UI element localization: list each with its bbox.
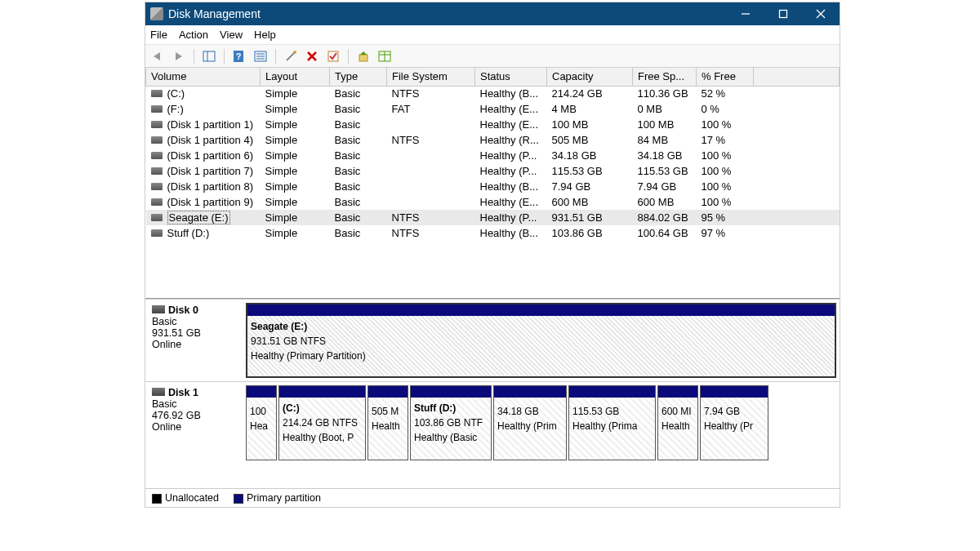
- volume-row[interactable]: (Disk 1 partition 4)SimpleBasicNTFSHealt…: [146, 132, 840, 148]
- partition[interactable]: 115.53 GBHealthy (Prima: [568, 385, 656, 460]
- delete-icon[interactable]: [303, 47, 321, 65]
- show-hide-console-tree-icon[interactable]: [200, 47, 218, 65]
- menu-view[interactable]: View: [220, 29, 243, 41]
- partition-size: 600 MI: [658, 404, 697, 419]
- volume-row[interactable]: (Disk 1 partition 7)SimpleBasicHealthy (…: [146, 163, 840, 179]
- disk-status: Online: [152, 339, 239, 350]
- svg-line-12: [287, 53, 294, 60]
- disk-graphical-pane[interactable]: Disk 0Basic931.51 GBOnlineSeagate (E:)93…: [145, 299, 840, 488]
- drive-icon: [151, 229, 163, 237]
- volume-layout: Simple: [261, 148, 330, 163]
- volume-type: Basic: [330, 225, 387, 241]
- volume-capacity: 100 MB: [547, 117, 633, 132]
- volume-fs: [387, 179, 475, 194]
- menu-help[interactable]: Help: [254, 29, 276, 41]
- titlebar[interactable]: Disk Management: [145, 2, 840, 25]
- volume-row[interactable]: (C:)SimpleBasicNTFSHealthy (B...214.24 G…: [146, 86, 840, 101]
- volume-status: Healthy (P...: [475, 210, 547, 225]
- volume-name: Seagate (E:): [167, 211, 230, 224]
- col-layout[interactable]: Layout: [261, 68, 330, 86]
- forward-button[interactable]: [170, 47, 188, 65]
- volume-fs: NTFS: [387, 225, 475, 241]
- volume-fs: FAT: [387, 101, 475, 117]
- col-filesystem[interactable]: File System: [387, 68, 475, 86]
- partition-title: Seagate (E:): [247, 319, 835, 334]
- volume-pct: 100 %: [697, 194, 754, 210]
- partition-size: 214.24 GB NTFS: [279, 415, 365, 430]
- volume-layout: Simple: [261, 225, 330, 241]
- minimize-button[interactable]: [727, 2, 764, 25]
- drive-icon: [151, 198, 163, 206]
- disk-size: 476.92 GB: [152, 410, 239, 421]
- col-pctfree[interactable]: % Free: [697, 68, 754, 86]
- volume-row[interactable]: (Disk 1 partition 8)SimpleBasicHealthy (…: [146, 179, 840, 194]
- volume-status: Healthy (P...: [475, 148, 547, 163]
- back-button[interactable]: [149, 47, 167, 65]
- partition[interactable]: 7.94 GBHealthy (Pr: [700, 385, 768, 460]
- volume-capacity: 931.51 GB: [547, 210, 633, 225]
- disk-header[interactable]: Disk 0Basic931.51 GBOnline: [149, 303, 243, 378]
- partition-status: Hea: [247, 419, 276, 433]
- col-volume[interactable]: Volume: [146, 68, 261, 86]
- volume-name: (F:): [167, 103, 184, 115]
- volume-row[interactable]: (Disk 1 partition 1)SimpleBasicHealthy (…: [146, 117, 840, 132]
- partition[interactable]: (C:)214.24 GB NTFSHealthy (Boot, P: [278, 385, 366, 460]
- partition[interactable]: 505 MHealth: [368, 385, 408, 460]
- volume-row[interactable]: Seagate (E:)SimpleBasicNTFSHealthy (P...…: [146, 210, 840, 225]
- legend-bar: Unallocated Primary partition: [145, 488, 840, 507]
- volume-fs: [387, 163, 475, 179]
- volume-status: Healthy (E...: [475, 101, 547, 117]
- app-icon: [150, 7, 163, 20]
- settings-list-icon[interactable]: [252, 47, 270, 65]
- volume-fs: NTFS: [387, 86, 475, 101]
- volume-type: Basic: [330, 86, 387, 101]
- action-wand-icon[interactable]: [282, 47, 300, 65]
- volume-name: (Disk 1 partition 1): [167, 118, 253, 131]
- volume-row[interactable]: (Disk 1 partition 9)SimpleBasicHealthy (…: [146, 194, 840, 210]
- volume-capacity: 600 MB: [547, 194, 633, 210]
- volume-row[interactable]: (Disk 1 partition 6)SimpleBasicHealthy (…: [146, 148, 840, 163]
- partition[interactable]: 34.18 GBHealthy (Prim: [493, 385, 567, 460]
- partition[interactable]: Stuff (D:)103.86 GB NTFHealthy (Basic: [410, 385, 492, 460]
- volume-row[interactable]: (F:)SimpleBasicFATHealthy (E...4 MB0 MB0…: [146, 101, 840, 117]
- volume-free: 84 MB: [633, 132, 697, 148]
- partition-color-bar: [701, 386, 768, 398]
- volume-free: 115.53 GB: [633, 163, 697, 179]
- volume-capacity: 7.94 GB: [547, 179, 633, 194]
- close-button[interactable]: [802, 2, 840, 25]
- volume-fs: [387, 194, 475, 210]
- volume-status: Healthy (P...: [475, 163, 547, 179]
- partition[interactable]: 100Hea: [246, 385, 277, 460]
- partition-status: Healthy (Pr: [701, 419, 768, 433]
- refresh-spreadsheet-icon[interactable]: [376, 47, 394, 65]
- partition-status: Health: [658, 419, 697, 433]
- disk-header[interactable]: Disk 1Basic476.92 GBOnline: [149, 385, 243, 460]
- col-type[interactable]: Type: [330, 68, 387, 86]
- disk-row: Disk 1Basic476.92 GBOnline100Hea(C:)214.…: [145, 381, 840, 464]
- col-free[interactable]: Free Sp...: [633, 68, 697, 86]
- partition[interactable]: 600 MIHealth: [657, 385, 698, 460]
- properties-check-icon[interactable]: [324, 47, 342, 65]
- volume-table[interactable]: Volume Layout Type File System Status Ca…: [145, 68, 840, 241]
- menu-action[interactable]: Action: [179, 29, 208, 41]
- volume-name: (Disk 1 partition 8): [167, 180, 253, 193]
- partition-color-bar: [494, 386, 566, 398]
- maximize-button[interactable]: [764, 2, 802, 25]
- col-capacity[interactable]: Capacity: [547, 68, 633, 86]
- svg-point-13: [293, 51, 296, 54]
- volume-free: 34.18 GB: [633, 148, 697, 163]
- volume-row[interactable]: Stuff (D:)SimpleBasicNTFSHealthy (B...10…: [146, 225, 840, 241]
- legend-primary: Primary partition: [234, 492, 321, 504]
- help-icon[interactable]: ?: [230, 47, 248, 65]
- volume-status: Healthy (R...: [475, 132, 547, 148]
- volume-type: Basic: [330, 179, 387, 194]
- col-spacer: [754, 68, 840, 86]
- partition-status: Healthy (Basic: [411, 430, 491, 445]
- menu-file[interactable]: File: [150, 29, 167, 41]
- partition[interactable]: Seagate (E:)931.51 GB NTFSHealthy (Prima…: [246, 303, 836, 378]
- volume-status: Healthy (E...: [475, 194, 547, 210]
- up-arrow-icon[interactable]: [354, 47, 372, 65]
- disk-size: 931.51 GB: [152, 327, 239, 339]
- partition-color-bar: [279, 386, 365, 398]
- col-status[interactable]: Status: [475, 68, 547, 86]
